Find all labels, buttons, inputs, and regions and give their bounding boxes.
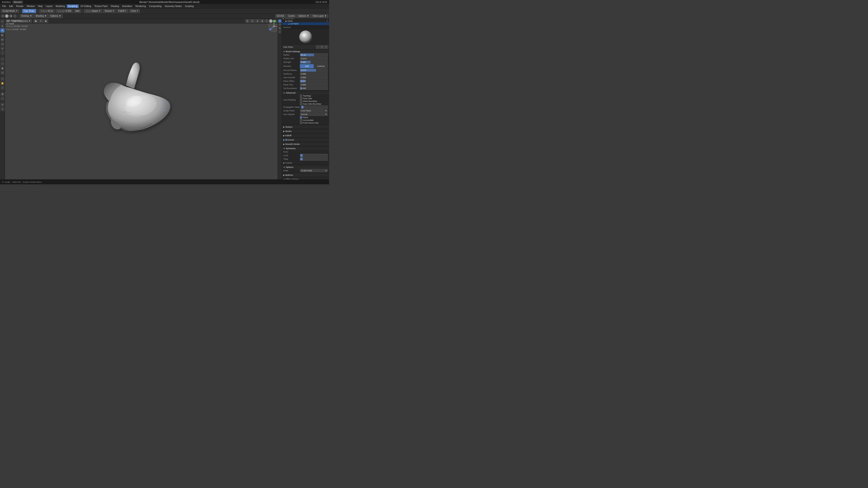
radius-unit-value[interactable]: Scene: [300, 57, 328, 60]
options-btn[interactable]: Options ▼: [49, 14, 63, 18]
box-mask-tool-btn[interactable]: □: [0, 96, 4, 101]
falloff-btn[interactable]: Falloff ▼: [117, 9, 128, 13]
new-brush-btn[interactable]: +: [316, 45, 320, 49]
hand-item[interactable]: ▶ Hand 👁: [282, 20, 329, 22]
use-original-value[interactable]: Normal ▼: [300, 113, 328, 116]
viewport-perspective-btn[interactable]: User Perspective ▼: [11, 19, 32, 23]
strength-btn[interactable]: Strength 0.500: [56, 9, 73, 13]
options-header[interactable]: ▼ Options: [282, 166, 329, 169]
sculpt-plane-value[interactable]: Area Plane ▼: [300, 109, 328, 112]
filter-actions-header[interactable]: ▼ Filter Actions: [282, 178, 329, 180]
radius-prop-value[interactable]: 62 px: [300, 53, 328, 57]
front-faces-check[interactable]: [300, 122, 302, 124]
clay-tool-btn[interactable]: ◈: [0, 24, 4, 28]
color-btn[interactable]: Color ▼: [129, 9, 140, 13]
fill-tool-btn[interactable]: ◼: [0, 66, 4, 70]
menu-item-sculpting[interactable]: Sculpting: [67, 4, 79, 8]
clay-thumb-tool-btn[interactable]: ◧: [0, 33, 4, 37]
snake-hook-tool-btn[interactable]: ⤵: [0, 86, 4, 90]
del-brush-btn[interactable]: ✕: [324, 45, 328, 49]
overlay-btn[interactable]: Overlay ▼: [20, 14, 33, 18]
sym-tiling-value[interactable]: 1: [300, 158, 328, 161]
render-btn[interactable]: ○: [13, 14, 17, 18]
sym-local-value[interactable]: 1: [300, 154, 328, 157]
menu-item-geometry-nodes[interactable]: Geometry Nodes: [163, 4, 183, 8]
plane-trim-value[interactable]: 0.000: [300, 83, 328, 86]
activities-label[interactable]: Activities: [2, 1, 11, 3]
mask-tool-btn[interactable]: ◨: [0, 92, 4, 96]
copy-brush-btn[interactable]: ⧉: [320, 45, 324, 49]
inflate-tool-btn[interactable]: ◎: [0, 42, 4, 46]
snap-btn[interactable]: ⊡: [250, 19, 255, 23]
direction-btn[interactable]: Add: [74, 9, 81, 13]
advanced-header[interactable]: ▼ Advanced: [282, 91, 329, 94]
menu-item-scripting[interactable]: Scripting: [184, 4, 195, 8]
pinch-tool-btn[interactable]: ◇: [0, 77, 4, 81]
menu-item-help[interactable]: Help: [37, 4, 44, 8]
menu-item-rendering[interactable]: Rendering: [134, 4, 147, 8]
view-btn[interactable]: 👁: [278, 20, 281, 23]
accumulate-check[interactable]: [300, 119, 302, 121]
scrape-tool-btn[interactable]: ⊟: [0, 71, 4, 75]
blob-tool-btn[interactable]: ●: [0, 46, 4, 51]
menu-item-render[interactable]: Render: [15, 4, 25, 8]
stroke-header[interactable]: ▶ Stroke: [282, 130, 329, 133]
stroke-btn[interactable]: Stroke Space ▼: [84, 9, 102, 13]
face-sets-check[interactable]: [300, 97, 302, 100]
falloff-header[interactable]: ▶ Falloff: [282, 134, 329, 137]
tip-roundness-value[interactable]: 0.000: [300, 87, 328, 90]
render-engine-btn[interactable]: Cycles: [286, 14, 296, 18]
menu-item-layout[interactable]: Layout: [44, 4, 54, 8]
multires-header[interactable]: ▶ Multires: [282, 173, 329, 177]
cursor-check[interactable]: [285, 139, 287, 141]
proportional-btn[interactable]: ◎: [255, 19, 260, 23]
mesh-boundary-check[interactable]: [300, 100, 302, 102]
menu-item-edit[interactable]: Edit: [8, 4, 14, 8]
add-direction-btn[interactable]: Add: [300, 64, 314, 68]
viewport-editor-type-btn[interactable]: ⊞: [6, 19, 10, 23]
tool-btn[interactable]: 🔧: [278, 27, 281, 30]
render-extra-btn[interactable]: Options ▼: [297, 14, 311, 18]
viewport-shading-btn[interactable]: Shading ▼: [34, 14, 48, 18]
menu-item-uv-editing[interactable]: UV Editing: [79, 4, 92, 8]
item-btn[interactable]: ⊡: [278, 23, 281, 26]
material-btn[interactable]: ◑: [9, 14, 13, 18]
feather-header[interactable]: ▶ Feather: [282, 161, 329, 164]
main-viewport[interactable]: ⊞ User Perspective ▼ ▣ ⊙ ◉ ⊕ ⊡ ◎ ◈ ⬚ ◼ ◑…: [5, 19, 282, 180]
annotate-tool-btn[interactable]: ✎: [0, 107, 4, 111]
menu-item-file[interactable]: File: [1, 4, 7, 8]
menu-item-window[interactable]: Window: [25, 4, 36, 8]
texture-btn[interactable]: Texture ▼: [103, 9, 116, 13]
flatten-tool-btn[interactable]: ═: [0, 62, 4, 66]
mesh-item[interactable]: △ LD Hand: [282, 22, 329, 25]
topology-check[interactable]: [300, 95, 302, 97]
menu-item-animation[interactable]: Animation: [121, 4, 133, 8]
view-local-btn[interactable]: ◉: [43, 19, 48, 23]
smooth-tool-btn[interactable]: ~: [0, 57, 4, 61]
brush-settings-header[interactable]: ▼ Brush Settings: [282, 50, 329, 53]
normal-radius-value[interactable]: 0.578: [300, 69, 328, 72]
symmetry-header[interactable]: ▼ Symmetry: [282, 147, 329, 150]
auto-smooth-value[interactable]: 0.000: [300, 76, 328, 79]
texture-header[interactable]: ▶ Texture: [282, 125, 329, 129]
crease-tool-btn[interactable]: ⌒: [0, 51, 4, 55]
wireframe-btn[interactable]: ⬚: [1, 14, 4, 18]
view-layer-btn[interactable]: View Layer ▼: [311, 14, 328, 18]
gizmo-btn[interactable]: ⊕: [245, 19, 250, 23]
cursor-header[interactable]: ▶ Cursor: [282, 138, 329, 141]
xray-btn[interactable]: ◈: [260, 19, 265, 23]
app-label[interactable]: Blender: [12, 1, 23, 4]
menu-item-texture-paint[interactable]: Texture Paint: [93, 4, 109, 8]
brush-name-btn[interactable]: Clay Strips: [22, 9, 36, 13]
plane-offset-value[interactable]: 0.175: [300, 79, 328, 83]
view-select-btn[interactable]: ▣: [33, 19, 38, 23]
smooth-stroke-header[interactable]: ▶ Smooth Stroke: [282, 142, 329, 146]
menu-item-shading[interactable]: Shading: [110, 4, 121, 8]
draw-tool-btn[interactable]: ✏: [0, 20, 4, 24]
propagation-value[interactable]: 1: [301, 105, 328, 109]
view-global-btn[interactable]: ⊙: [39, 19, 43, 23]
face-sets-boundary-check[interactable]: [300, 103, 302, 105]
mode-opt-value[interactable]: Sculpt Mode ▼: [300, 169, 328, 172]
hand-eye-icon[interactable]: 👁: [327, 20, 328, 22]
clay-strips-tool-btn[interactable]: ≡: [0, 29, 4, 33]
